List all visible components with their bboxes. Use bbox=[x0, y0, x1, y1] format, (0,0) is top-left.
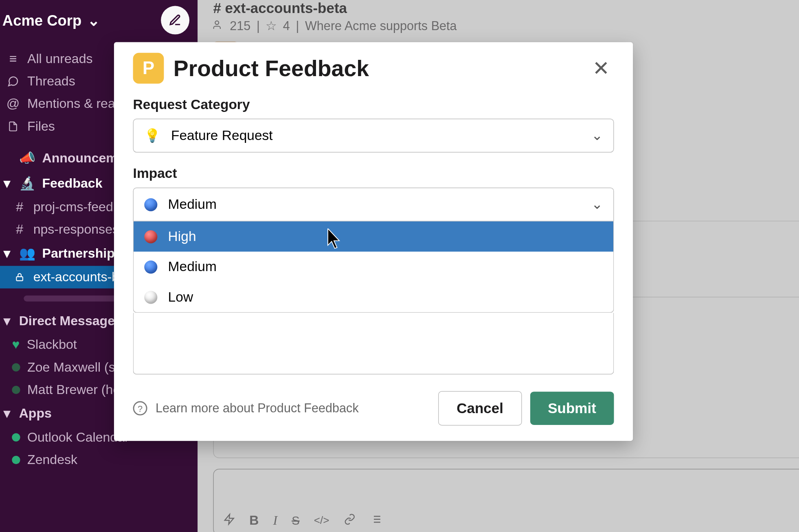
caret-down-icon: ▾ bbox=[4, 176, 12, 191]
impact-option-low[interactable]: Low bbox=[134, 282, 613, 312]
workspace-name: Acme Corp bbox=[2, 11, 81, 28]
hash-icon: # bbox=[13, 199, 26, 215]
impact-dot-icon bbox=[144, 230, 157, 243]
svg-marker-2 bbox=[225, 514, 234, 524]
svg-rect-0 bbox=[16, 277, 23, 281]
megaphone-icon: 📣 bbox=[19, 151, 35, 166]
channel-topic[interactable]: Where Acme supports Beta bbox=[305, 19, 457, 33]
presence-dot bbox=[12, 386, 20, 394]
category-label: Request Category bbox=[133, 97, 614, 113]
app-badge: P bbox=[133, 53, 164, 84]
link-button[interactable] bbox=[344, 513, 356, 528]
pin-icon: ☆ bbox=[266, 19, 277, 33]
impact-option-high[interactable]: High bbox=[134, 221, 613, 252]
impact-value: Medium bbox=[168, 197, 217, 212]
chevron-down-icon: ⌄ bbox=[591, 197, 603, 212]
caret-down-icon: ▾ bbox=[4, 246, 12, 261]
presence-dot bbox=[12, 456, 20, 464]
impact-option-medium[interactable]: Medium bbox=[134, 252, 613, 282]
files-icon bbox=[6, 120, 20, 132]
bold-button[interactable]: B bbox=[249, 513, 259, 528]
help-icon[interactable]: ? bbox=[133, 401, 147, 416]
channel-header: # ext-accounts-beta 215 | ☆ 4 | Where Ac… bbox=[198, 0, 799, 39]
composer-toolbar: B I S </> ••• Aa @ ☺ bbox=[214, 508, 799, 532]
workspace-switcher[interactable]: Acme Corp ⌄ bbox=[2, 11, 100, 28]
caret-down-icon: ▾ bbox=[4, 406, 12, 421]
list-button[interactable] bbox=[370, 513, 382, 528]
impact-dot-icon bbox=[144, 198, 157, 211]
feedback-textarea[interactable] bbox=[133, 313, 614, 374]
caret-down-icon: ▾ bbox=[4, 313, 12, 329]
impact-dot-icon bbox=[144, 260, 157, 273]
chevron-down-icon: ⌄ bbox=[591, 127, 603, 143]
italic-button[interactable]: I bbox=[273, 513, 278, 528]
message-composer[interactable]: B I S </> ••• Aa @ ☺ bbox=[213, 469, 799, 532]
close-icon: ✕ bbox=[593, 57, 609, 79]
unreads-icon: ≡ bbox=[6, 51, 20, 66]
hash-icon: # bbox=[13, 222, 26, 237]
code-button[interactable]: </> bbox=[314, 514, 329, 527]
cancel-button[interactable]: Cancel bbox=[438, 391, 522, 426]
microscope-icon: 🔬 bbox=[19, 176, 35, 191]
compose-icon bbox=[169, 14, 182, 27]
compose-button[interactable] bbox=[161, 6, 189, 35]
shortcuts-button[interactable] bbox=[223, 513, 235, 528]
lightbulb-icon: 💡 bbox=[144, 128, 160, 143]
category-select[interactable]: 💡 Feature Request ⌄ bbox=[133, 119, 614, 153]
mentions-icon: @ bbox=[6, 96, 20, 112]
submit-button[interactable]: Submit bbox=[530, 392, 614, 425]
channel-name[interactable]: # ext-accounts-beta bbox=[213, 0, 457, 17]
chevron-down-icon: ⌄ bbox=[88, 11, 100, 28]
impact-label: Impact bbox=[133, 166, 614, 182]
learn-more-link[interactable]: Learn more about Product Feedback bbox=[156, 401, 359, 416]
impact-dropdown: High Medium Low bbox=[133, 221, 614, 313]
close-button[interactable]: ✕ bbox=[588, 54, 614, 83]
heart-icon: ♥ bbox=[12, 337, 20, 352]
member-count[interactable]: 215 bbox=[230, 19, 250, 33]
threads-icon bbox=[6, 75, 20, 87]
category-value: Feature Request bbox=[171, 127, 273, 143]
modal-title: Product Feedback bbox=[173, 55, 369, 81]
impact-dot-icon bbox=[144, 291, 157, 304]
app-zendesk[interactable]: Zendesk bbox=[0, 449, 198, 471]
people-icon bbox=[213, 19, 224, 33]
strike-button[interactable]: S bbox=[292, 514, 299, 528]
people-icon: 👥 bbox=[19, 246, 35, 261]
presence-dot bbox=[12, 433, 20, 441]
message-input[interactable] bbox=[214, 469, 799, 507]
svg-point-1 bbox=[215, 21, 219, 24]
presence-dot bbox=[12, 363, 20, 371]
impact-select[interactable]: Medium ⌄ bbox=[133, 188, 614, 221]
product-feedback-modal: P Product Feedback ✕ Request Category 💡 … bbox=[114, 42, 633, 441]
lock-icon bbox=[13, 272, 26, 282]
pin-count[interactable]: 4 bbox=[283, 19, 290, 33]
